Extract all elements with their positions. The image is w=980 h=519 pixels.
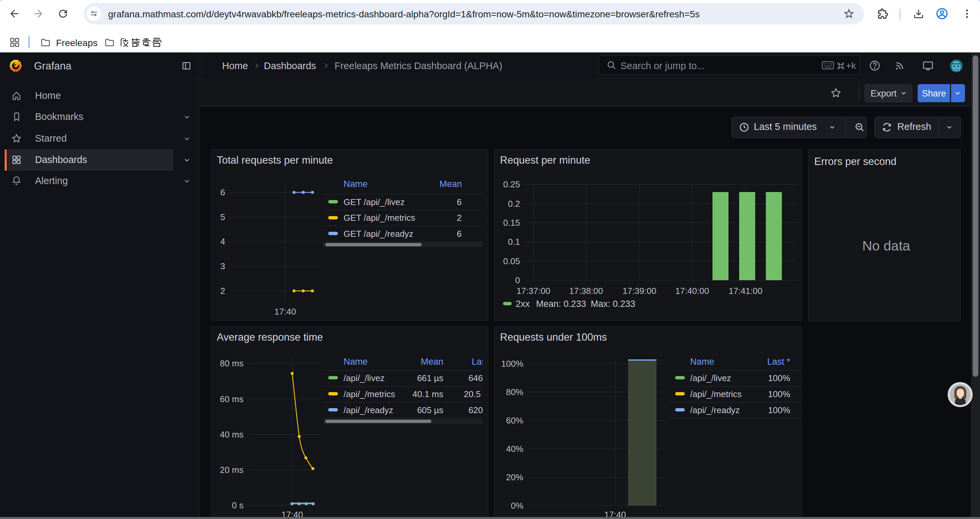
svg-text:620 µs: 620 µs <box>468 405 488 415</box>
svg-text:0: 0 <box>515 275 520 285</box>
svg-text:Mean: Mean <box>421 357 443 367</box>
svg-text:6: 6 <box>221 187 225 197</box>
svg-text:2xx: 2xx <box>516 299 530 309</box>
svg-text:17:37:00: 17:37:00 <box>516 286 550 296</box>
svg-text:40%: 40% <box>506 444 523 454</box>
svg-text:605 µs: 605 µs <box>417 405 443 415</box>
svg-text:0.2: 0.2 <box>508 199 520 209</box>
svg-text:Average response time: Average response time <box>217 331 323 343</box>
svg-text:Mean: Mean <box>439 179 462 189</box>
svg-text:/api/_/livez: /api/_/livez <box>344 373 385 383</box>
svg-text:80 ms: 80 ms <box>220 358 243 368</box>
svg-text:661 µs: 661 µs <box>417 373 443 383</box>
svg-text:0 s: 0 s <box>232 500 243 510</box>
svg-text:/api/_/livez: /api/_/livez <box>690 373 731 383</box>
svg-text:Name: Name <box>344 179 368 189</box>
svg-text:6: 6 <box>457 197 461 207</box>
svg-text:0%: 0% <box>511 501 523 511</box>
svg-text:/api/_/metrics: /api/_/metrics <box>344 389 395 399</box>
svg-text:17:41:00: 17:41:00 <box>729 286 762 296</box>
svg-text:60 ms: 60 ms <box>220 394 243 404</box>
svg-text:0.15: 0.15 <box>503 218 520 228</box>
svg-text:100%: 100% <box>768 405 791 415</box>
svg-text:Request per minute: Request per minute <box>500 154 590 166</box>
svg-text:GET /api/_/metrics: GET /api/_/metrics <box>344 213 415 223</box>
svg-text:20%: 20% <box>506 472 523 482</box>
svg-text:GET /api/_/readyz: GET /api/_/readyz <box>344 229 413 239</box>
svg-text:0.25: 0.25 <box>503 179 520 189</box>
svg-text:17:40: 17:40 <box>281 509 303 517</box>
svg-text:Name: Name <box>344 357 368 367</box>
svg-text:100%: 100% <box>768 373 791 383</box>
svg-text:40.1 ms: 40.1 ms <box>413 389 444 399</box>
svg-text:100%: 100% <box>501 359 524 369</box>
svg-text:17:40: 17:40 <box>274 307 296 316</box>
svg-text:/api/_/readyz: /api/_/readyz <box>690 405 740 415</box>
svg-text:17:40: 17:40 <box>604 509 626 517</box>
svg-text:Requests under 100ms: Requests under 100ms <box>500 331 607 343</box>
svg-text:3: 3 <box>221 261 225 271</box>
svg-text:Last *: Last * <box>767 357 791 367</box>
svg-text:Max: 0.233: Max: 0.233 <box>591 299 635 309</box>
svg-text:/api/_/metrics: /api/_/metrics <box>690 389 742 399</box>
svg-text:Last *: Last * <box>472 357 488 367</box>
svg-text:Mean: 0.233: Mean: 0.233 <box>536 299 586 309</box>
svg-text:80%: 80% <box>506 387 523 397</box>
svg-text:17:39:00: 17:39:00 <box>622 286 656 296</box>
svg-text:2: 2 <box>221 286 225 296</box>
svg-text:20.5 ms: 20.5 ms <box>464 389 488 399</box>
svg-text:4: 4 <box>221 236 225 246</box>
svg-text:60%: 60% <box>506 415 523 425</box>
svg-text:20 ms: 20 ms <box>220 465 243 475</box>
svg-text:/api/_/readyz: /api/_/readyz <box>344 405 393 415</box>
svg-text:5: 5 <box>221 212 225 222</box>
svg-text:17:38:00: 17:38:00 <box>569 286 603 296</box>
svg-text:40 ms: 40 ms <box>220 430 243 439</box>
svg-text:6: 6 <box>457 229 461 239</box>
svg-text:17:40:00: 17:40:00 <box>675 286 709 296</box>
svg-text:2: 2 <box>457 213 461 223</box>
svg-text:GET /api/_/livez: GET /api/_/livez <box>344 197 405 207</box>
svg-text:0.05: 0.05 <box>503 256 520 266</box>
svg-text:646 µs: 646 µs <box>468 373 488 383</box>
svg-text:0.1: 0.1 <box>508 237 520 247</box>
svg-text:Name: Name <box>690 357 714 367</box>
svg-text:Total requests per minute: Total requests per minute <box>217 154 333 166</box>
svg-text:100%: 100% <box>768 389 791 399</box>
